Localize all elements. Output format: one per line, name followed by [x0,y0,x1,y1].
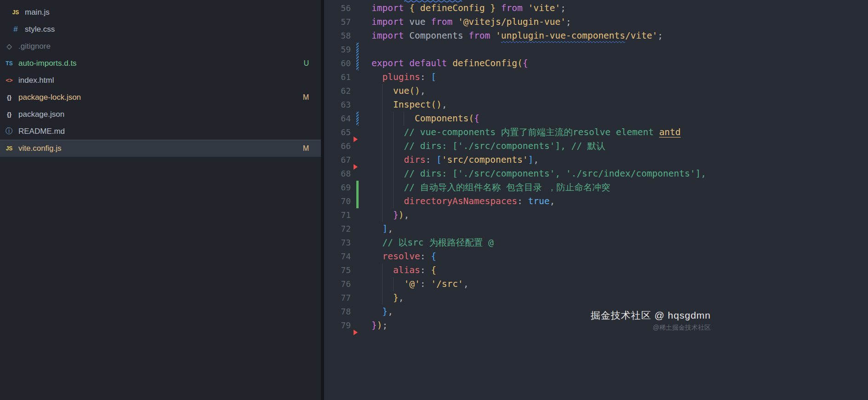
squiggly-underline-fragment [404,0,465,2]
code-text[interactable]: ], [371,222,393,236]
file-label: index.html [18,76,54,85]
json-file-icon: {} [4,94,15,101]
code-text[interactable]: // dirs: ['./src/components', './src/ind… [371,167,706,181]
code-text[interactable]: resolve: { [371,250,436,263]
code-line-65[interactable]: 65 // vue-components 内置了前端主流的resolve ele… [324,126,868,139]
gutter-modified-decoration [356,57,359,70]
code-text[interactable]: export default defineConfig({ [371,57,528,70]
code-text[interactable]: }, [371,291,404,305]
line-number[interactable]: 79 [324,319,351,332]
code-text[interactable]: }), [371,208,409,222]
code-text[interactable]: // 以src 为根路径配置 @ [371,236,494,250]
line-number[interactable]: 75 [324,263,351,277]
gutter-modified-decoration [356,43,359,57]
code-text[interactable]: // dirs: ['./src/components'], // 默认 [371,139,605,153]
code-line-58[interactable]: 58import Components from 'unplugin-vue-c… [324,29,868,43]
indent-guide [393,167,394,181]
line-number[interactable]: 78 [324,305,351,319]
code-line-56[interactable]: 56import { defineConfig } from 'vite'; [324,1,868,15]
line-number[interactable]: 76 [324,277,351,291]
code-line-61[interactable]: 61 plugins: [ [324,70,868,84]
vscode-window: JSmain.js#style.css◇.gitignoreTSauto-imp… [0,0,868,400]
line-number[interactable]: 74 [324,250,351,263]
indent-guide [393,194,394,208]
line-number[interactable]: 77 [324,291,351,305]
file-item-auto-imports.d.ts[interactable]: TSauto-imports.d.tsU [0,55,321,72]
line-number[interactable]: 66 [324,139,351,153]
git-status-badge: U [303,59,309,68]
code-line-76[interactable]: 76 '@': '/src', [324,277,868,291]
file-tree: JSmain.js#style.css◇.gitignoreTSauto-imp… [0,4,321,157]
sidebar-editor-divider[interactable] [321,0,324,400]
line-number[interactable]: 60 [324,57,351,70]
gutter-deleted-decoration [354,164,358,170]
code-line-72[interactable]: 72 ], [324,222,868,236]
line-number[interactable]: 73 [324,236,351,250]
code-line-77[interactable]: 77 }, [324,291,868,305]
file-item-vite.config.js[interactable]: JSvite.config.jsM [0,140,321,157]
file-item-package.json[interactable]: {}package.json [0,106,321,123]
file-item-style.css[interactable]: #style.css [0,21,321,38]
line-number[interactable]: 68 [324,167,351,181]
code-line-74[interactable]: 74 resolve: { [324,250,868,263]
line-number[interactable]: 71 [324,208,351,222]
code-text[interactable]: }); [371,319,388,332]
line-number[interactable]: 57 [324,15,351,29]
line-number[interactable]: 72 [324,222,351,236]
code-line-70[interactable]: 70 directoryAsNamespaces: true, [324,194,868,208]
line-number[interactable]: 61 [324,70,351,84]
code-text[interactable]: import { defineConfig } from 'vite'; [371,1,566,15]
file-item-README.md[interactable]: ⓘREADME.md [0,123,321,140]
code-text[interactable]: // 自动导入的组件名称 包含目录 ，防止命名冲突 [371,181,610,194]
line-number[interactable]: 56 [324,1,351,15]
watermark-sub-text: @稀土掘金技术社区 [591,324,711,332]
code-line-73[interactable]: 73 // 以src 为根路径配置 @ [324,236,868,250]
css-file-icon: # [10,25,21,34]
code-text[interactable]: vue(), [371,84,425,98]
file-label: auto-imports.d.ts [18,59,77,68]
code-line-63[interactable]: 63 Inspect(), [324,98,868,112]
code-lines[interactable]: 56import { defineConfig } from 'vite';57… [324,0,868,332]
line-number[interactable]: 70 [324,194,351,208]
code-text[interactable]: '@': '/src', [371,277,468,291]
line-number[interactable]: 62 [324,84,351,98]
code-line-75[interactable]: 75 alias: { [324,263,868,277]
code-text[interactable]: alias: { [371,263,436,277]
indent-guide [393,181,394,194]
file-item-package-lock.json[interactable]: {}package-lock.jsonM [0,89,321,106]
code-line-57[interactable]: 57import vue from '@vitejs/plugin-vue'; [324,15,868,29]
code-line-69[interactable]: 69 // 自动导入的组件名称 包含目录 ，防止命名冲突 [324,181,868,194]
line-number[interactable]: 58 [324,29,351,43]
indent-guide [382,263,383,277]
line-number[interactable]: 69 [324,181,351,194]
code-text[interactable]: dirs: ['src/components'], [371,153,539,167]
code-line-71[interactable]: 71 }), [324,208,868,222]
code-text[interactable]: // vue-components 内置了前端主流的resolve elemen… [371,126,681,139]
line-number[interactable]: 63 [324,98,351,112]
indent-guide [382,277,383,291]
line-number[interactable]: 67 [324,153,351,167]
code-line-59[interactable]: 59 [324,43,868,57]
line-number[interactable]: 59 [324,43,351,57]
indent-guide [382,139,383,153]
code-text[interactable]: import vue from '@vitejs/plugin-vue'; [371,15,571,29]
code-text[interactable]: plugins: [ [371,70,436,84]
file-item-main.js[interactable]: JSmain.js [0,4,321,21]
code-line-62[interactable]: 62 vue(), [324,84,868,98]
code-text[interactable]: directoryAsNamespaces: true, [371,194,555,208]
code-text[interactable]: Components({ [371,112,480,126]
code-text[interactable]: }, [371,305,393,319]
code-line-67[interactable]: 67 dirs: ['src/components'], [324,153,868,167]
file-item-.gitignore[interactable]: ◇.gitignore [0,38,321,55]
line-number[interactable]: 64 [324,112,351,126]
line-number[interactable]: 65 [324,126,351,139]
code-line-64[interactable]: 64 Components({ [324,112,868,126]
code-text[interactable]: Inspect(), [371,98,447,112]
code-editor-pane[interactable]: 56import { defineConfig } from 'vite';57… [324,0,868,400]
code-line-60[interactable]: 60export default defineConfig({ [324,57,868,70]
file-item-index.html[interactable]: <>index.html [0,72,321,89]
indent-guide [382,181,383,194]
code-line-66[interactable]: 66 // dirs: ['./src/components'], // 默认 [324,139,868,153]
code-text[interactable]: import Components from 'unplugin-vue-com… [371,29,663,43]
code-line-68[interactable]: 68 // dirs: ['./src/components', './src/… [324,167,868,181]
